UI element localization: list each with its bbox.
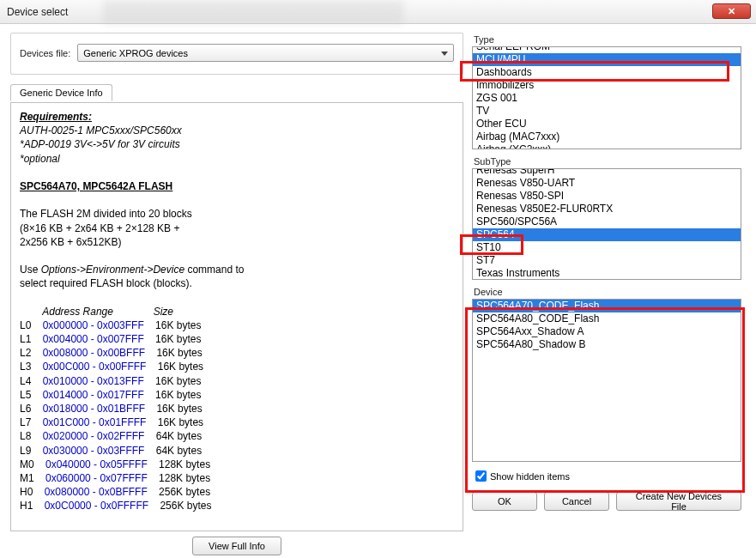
address-row: M0 0x040000 - 0x05FFFF 128K bytes bbox=[20, 458, 454, 471]
view-full-info-button[interactable]: View Full Info bbox=[192, 537, 281, 555]
list-item[interactable]: Renesas V850-UART bbox=[473, 177, 741, 190]
address-row: L7 0x01C000 - 0x01FFFF 16K bytes bbox=[20, 415, 454, 429]
list-item[interactable]: TV bbox=[473, 105, 741, 118]
device-info-panel: Requirements: AUTH-0025-1 MPC5xxx/SPC560… bbox=[10, 102, 463, 531]
type-label: Type bbox=[472, 33, 741, 46]
background-blur bbox=[103, 0, 403, 24]
address-row: L0 0x000000 - 0x003FFF 16K bytes bbox=[20, 318, 454, 332]
desc-line: The FLASH 2M divided into 20 blocks bbox=[20, 207, 454, 221]
list-item[interactable]: Other ECU bbox=[473, 118, 741, 130]
address-row: L8 0x020000 - 0x02FFFF 64K bytes bbox=[20, 429, 454, 443]
device-listbox[interactable]: SPC564A70_CODE_FlashSPC564A80_CODE_Flash… bbox=[472, 299, 741, 462]
address-row: L5 0x014000 - 0x017FFF 16K bytes bbox=[20, 388, 454, 402]
list-item[interactable]: Renesas V850E2-FLUR0RTX bbox=[473, 203, 741, 215]
address-row: L9 0x030000 - 0x03FFFF 64K bytes bbox=[20, 444, 454, 458]
list-item[interactable]: ST10 bbox=[473, 241, 741, 254]
address-row: L1 0x004000 - 0x007FFF 16K bytes bbox=[20, 332, 454, 346]
title-bar: Device select ✕ bbox=[0, 0, 756, 24]
list-item[interactable]: SPC564A80_Shadow B bbox=[473, 338, 741, 351]
table-header: Address Range Size bbox=[20, 305, 454, 318]
list-item[interactable]: SPC564A70_CODE_Flash bbox=[473, 300, 741, 312]
address-row: H1 0x0C0000 - 0x0FFFFF 256K bytes bbox=[20, 499, 454, 513]
list-item[interactable]: Renesas SuperH bbox=[473, 168, 741, 177]
ok-button[interactable]: OK bbox=[472, 492, 537, 511]
list-item[interactable]: ZGS 001 bbox=[473, 92, 741, 105]
devices-file-row: Devices file: Generic XPROG devices bbox=[10, 33, 463, 75]
devices-file-value: Generic XPROG devices bbox=[83, 48, 188, 58]
list-item[interactable]: SPC564 bbox=[473, 228, 741, 241]
requirements-heading: Requirements: bbox=[20, 110, 454, 124]
req-line: *ADP-0019 3V<->5V for 3V circuits bbox=[20, 137, 454, 151]
list-item[interactable]: ST7 bbox=[473, 254, 741, 267]
device-heading: SPC564A70, MPC5642A FLASH bbox=[20, 179, 454, 193]
list-item[interactable]: Airbag (MAC7xxx) bbox=[473, 130, 741, 143]
list-item[interactable]: Airbag (XC2xxx) bbox=[473, 143, 741, 149]
req-line: AUTH-0025-1 MPC5xxx/SPC560xx bbox=[20, 124, 454, 137]
devices-file-label: Devices file: bbox=[20, 48, 70, 58]
address-row: L2 0x008000 - 0x00BFFF 16K bytes bbox=[20, 346, 454, 360]
list-item[interactable]: MCU/MPU bbox=[473, 53, 741, 66]
address-row: H0 0x080000 - 0x0BFFFF 256K bytes bbox=[20, 485, 454, 499]
type-listbox[interactable]: Serial EEPROMMCU/MPUDashboardsImmobilize… bbox=[472, 46, 741, 149]
devices-file-select[interactable]: Generic XPROG devices bbox=[77, 44, 454, 62]
close-icon: ✕ bbox=[728, 6, 735, 17]
close-button[interactable]: ✕ bbox=[712, 3, 751, 19]
use-line: Use Options->Environment->Device command… bbox=[20, 263, 454, 276]
desc-line: 2x256 KB + 6x512KB) bbox=[20, 235, 454, 249]
list-item[interactable]: Texas Instruments bbox=[473, 267, 741, 280]
subtype-listbox[interactable]: Renesas SuperHRenesas V850-UARTRenesas V… bbox=[472, 168, 741, 280]
list-item[interactable]: Immobilizers bbox=[473, 79, 741, 92]
req-line: *optional bbox=[20, 152, 454, 166]
list-item[interactable]: SPC564A80_CODE_Flash bbox=[473, 312, 741, 325]
show-hidden-label: Show hidden items bbox=[490, 471, 570, 482]
list-item[interactable]: Renesas V850-SPI bbox=[473, 190, 741, 203]
list-item[interactable]: SPC564Axx_Shadow A bbox=[473, 325, 741, 338]
address-row: L4 0x010000 - 0x013FFF 16K bytes bbox=[20, 374, 454, 388]
device-label: Device bbox=[472, 285, 741, 299]
show-hidden-checkbox[interactable] bbox=[475, 470, 487, 482]
window-title: Device select bbox=[7, 6, 68, 18]
desc-line: (8×16 KB + 2x64 KB + 2×128 KB + bbox=[20, 221, 454, 235]
subtype-label: SubType bbox=[472, 155, 741, 168]
tab-generic-device-info[interactable]: Generic Device Info bbox=[10, 84, 112, 101]
address-row: L3 0x00C000 - 0x00FFFF 16K bytes bbox=[20, 360, 454, 373]
list-item[interactable]: Serial EEPROM bbox=[473, 46, 741, 53]
cancel-button[interactable]: Cancel bbox=[544, 492, 609, 511]
list-item[interactable]: Dashboards bbox=[473, 66, 741, 79]
address-row: M1 0x060000 - 0x07FFFF 128K bytes bbox=[20, 471, 454, 485]
list-item[interactable]: SPC560/SPC56A bbox=[473, 215, 741, 228]
create-new-devices-file-button[interactable]: Create New Devices File bbox=[616, 492, 741, 511]
use-line2: select required FLASH block (blocks). bbox=[20, 276, 454, 290]
address-row: L6 0x018000 - 0x01BFFF 16K bytes bbox=[20, 402, 454, 415]
